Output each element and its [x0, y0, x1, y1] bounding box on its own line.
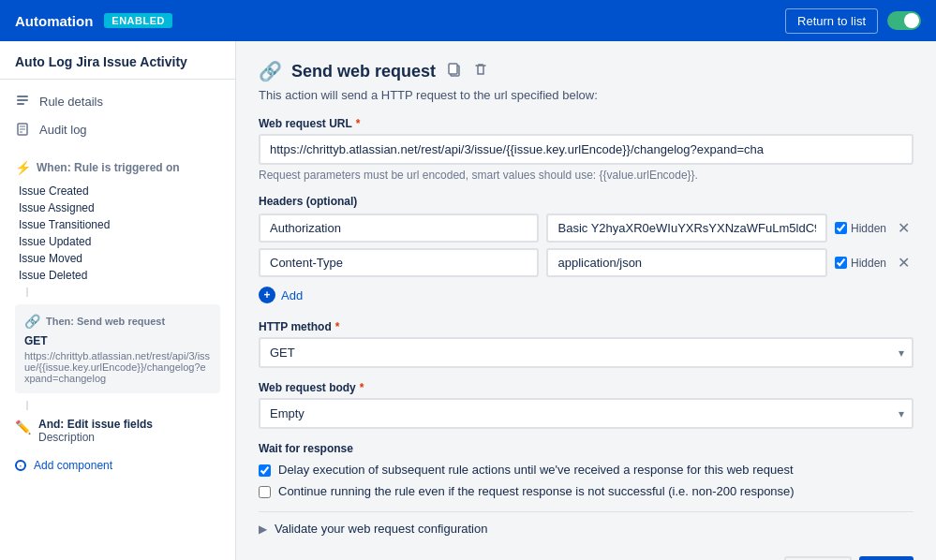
header-row-1: Hidden ✕	[259, 248, 914, 277]
topbar-right: Return to list	[785, 8, 921, 34]
content-area: 🔗 Send web request This action will send…	[236, 41, 936, 560]
url-required-marker: *	[356, 117, 361, 130]
body-required-marker: *	[360, 381, 364, 394]
http-method-select-wrapper: GET POST PUT DELETE PATCH ▾	[259, 337, 914, 368]
topbar-left: Automation ENABLED	[15, 13, 172, 29]
svg-rect-8	[449, 64, 457, 74]
delay-checkbox-row: Delay execution of subsequent rule actio…	[259, 463, 914, 477]
method-required-marker: *	[335, 320, 340, 333]
wait-section: Wait for response Delay execution of sub…	[259, 442, 914, 498]
enabled-badge: ENABLED	[104, 13, 172, 28]
svg-rect-0	[17, 96, 28, 97]
then-method: GET	[24, 334, 211, 347]
sidebar-nav: Rule details Audit log	[0, 80, 235, 151]
app-title: Automation	[15, 13, 93, 29]
then-icon: 🔗	[24, 314, 40, 329]
delay-label: Delay execution of subsequent rule actio…	[278, 463, 794, 477]
delete-button[interactable]	[471, 60, 490, 82]
svg-rect-1	[17, 99, 28, 101]
connector-line-1	[26, 287, 235, 297]
trigger-list: Issue Created Issue Assigned Issue Trans…	[15, 183, 220, 284]
action-icons	[445, 60, 490, 82]
footer-buttons: Cancel Save	[259, 545, 914, 560]
trigger-issue-deleted: Issue Deleted	[19, 267, 220, 284]
header-value-1[interactable]	[546, 248, 826, 277]
return-to-list-button[interactable]: Return to list	[785, 8, 878, 34]
http-method-select[interactable]: GET POST PUT DELETE PATCH	[259, 337, 914, 368]
sidebar-title: Auto Log Jira Issue Activity	[0, 41, 235, 80]
then-label: 🔗 Then: Send web request	[24, 314, 211, 329]
sidebar-item-rule-details[interactable]: Rule details	[0, 87, 235, 115]
delay-checkbox[interactable]	[259, 464, 271, 477]
body-select[interactable]: Empty Custom data	[259, 398, 914, 429]
trigger-issue-moved: Issue Moved	[19, 250, 220, 267]
when-icon: ⚡	[15, 160, 31, 175]
header-hidden-checkbox-1[interactable]	[835, 257, 847, 269]
add-header-button[interactable]: + Add	[259, 283, 303, 307]
add-component-icon: ·	[15, 460, 26, 471]
header-key-0[interactable]	[259, 214, 539, 243]
trigger-issue-updated: Issue Updated	[19, 233, 220, 250]
action-description: This action will send a HTTP request to …	[259, 88, 914, 102]
header-hidden-checkbox-0[interactable]	[835, 222, 847, 234]
header-hidden-label-1: Hidden	[835, 257, 886, 270]
header-hidden-label-0: Hidden	[835, 222, 886, 235]
headers-label: Headers (optional)	[259, 195, 914, 208]
connector-line-2	[26, 401, 235, 410]
copy-button[interactable]	[445, 60, 464, 82]
url-hint: Request parameters must be url encoded, …	[259, 169, 914, 182]
http-method-group: HTTP method * GET POST PUT DELETE PATCH …	[259, 320, 914, 368]
svg-rect-2	[17, 103, 24, 105]
wait-label: Wait for response	[259, 442, 914, 455]
and-section: ✏️ And: Edit issue fields Description	[15, 418, 220, 444]
enabled-toggle[interactable]	[887, 11, 921, 30]
main-layout: Auto Log Jira Issue Activity Rule detail…	[0, 41, 936, 560]
continue-label: Continue running the rule even if the re…	[278, 484, 795, 498]
url-input[interactable]	[259, 134, 914, 165]
add-header-icon: +	[259, 287, 275, 303]
continue-checkbox-row: Continue running the rule even if the re…	[259, 484, 914, 498]
headers-section: Headers (optional) Hidden ✕ Hidden ✕	[259, 195, 914, 307]
url-field-group: Web request URL * Request parameters mus…	[259, 117, 914, 182]
topbar: Automation ENABLED Return to list	[0, 0, 936, 41]
sidebar: Auto Log Jira Issue Activity Rule detail…	[0, 41, 236, 560]
header-remove-button-1[interactable]: ✕	[894, 252, 914, 273]
trigger-issue-created: Issue Created	[19, 183, 220, 199]
rule-details-icon	[15, 94, 30, 109]
trigger-issue-transitioned: Issue Transitioned	[19, 216, 220, 233]
action-main-icon: 🔗	[259, 60, 282, 82]
rule-details-label: Rule details	[39, 95, 103, 109]
body-select-wrapper: Empty Custom data ▾	[259, 398, 914, 429]
body-label: Web request body *	[259, 381, 914, 394]
header-key-1[interactable]	[259, 248, 539, 277]
header-row-0: Hidden ✕	[259, 214, 914, 243]
validate-collapsible[interactable]: ▶ Validate your web request configuratio…	[259, 511, 914, 545]
continue-checkbox[interactable]	[259, 486, 271, 498]
edit-icon: ✏️	[15, 420, 31, 435]
sidebar-item-audit-log[interactable]: Audit log	[0, 115, 235, 143]
action-title: Send web request	[291, 62, 436, 81]
then-url: https://chrittyb.atlassian.net/rest/api/…	[24, 350, 211, 384]
validate-chevron-icon: ▶	[259, 523, 267, 536]
when-section: ⚡ When: Rule is triggered on Issue Creat…	[0, 151, 235, 287]
body-field-group: Web request body * Empty Custom data ▾	[259, 381, 914, 429]
save-button[interactable]: Save	[859, 556, 914, 560]
then-section: 🔗 Then: Send web request GET https://chr…	[15, 304, 220, 393]
header-value-0[interactable]	[546, 214, 826, 243]
audit-log-icon	[15, 122, 30, 137]
header-remove-button-0[interactable]: ✕	[894, 217, 914, 239]
toggle-knob	[904, 13, 919, 28]
http-method-label: HTTP method *	[259, 320, 914, 333]
action-header: 🔗 Send web request	[259, 60, 914, 82]
add-component-button[interactable]: · Add component	[0, 451, 235, 479]
cancel-button[interactable]: Cancel	[784, 556, 852, 560]
trigger-issue-assigned: Issue Assigned	[19, 199, 220, 216]
url-label: Web request URL *	[259, 117, 914, 130]
audit-log-label: Audit log	[39, 123, 87, 137]
and-content: And: Edit issue fields Description	[38, 418, 153, 444]
when-title: ⚡ When: Rule is triggered on	[15, 160, 220, 175]
